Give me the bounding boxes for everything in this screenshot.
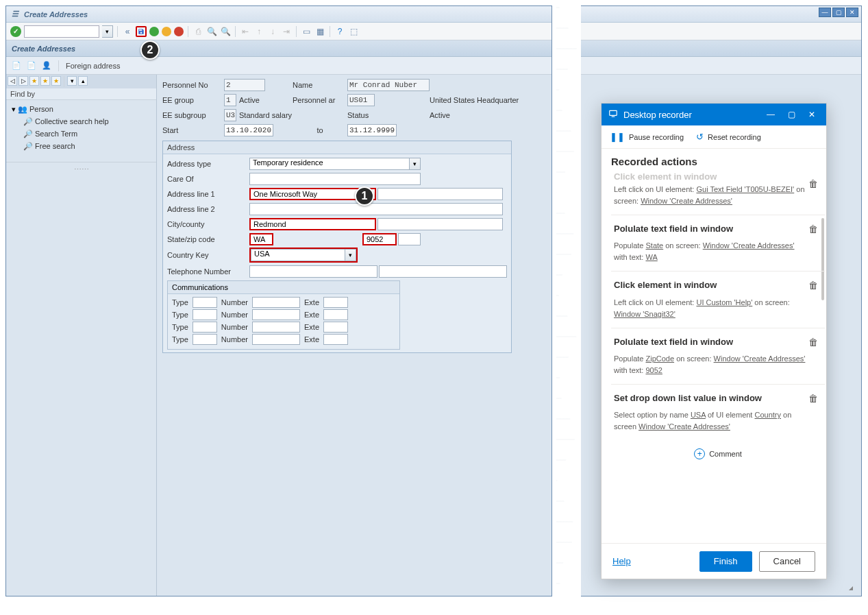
to-field[interactable]: 31.12.9999 [347,124,397,136]
expand-icon[interactable]: ▾ [67,76,77,86]
comm-number-field[interactable] [252,334,300,345]
lower-divider[interactable]: ⋯⋯ [6,162,156,596]
add-comment-button[interactable]: + Comment [611,440,825,468]
command-input[interactable] [24,25,99,38]
delete-icon[interactable]: 🗑 [808,391,818,407]
fav3-icon[interactable]: ★ [51,76,61,86]
session-icon[interactable]: ▭ [301,26,312,37]
comm-ext-field[interactable] [323,297,348,308]
doc-add-icon[interactable]: 📄 [27,61,36,71]
action-card[interactable]: Polulate text field in window 🗑 Populate… [611,328,825,384]
resize-handle-icon[interactable] [849,586,853,590]
recorded-actions-list[interactable]: Click element in window 🗑 Left click on … [602,170,826,543]
address-type-field[interactable]: Temporary residence [249,158,410,170]
card-link[interactable]: USA [691,411,706,419]
addr1b-field[interactable] [377,188,503,200]
comm-type-field[interactable] [193,322,217,333]
layout-icon[interactable]: ▦ [314,26,325,37]
comm-ext-field[interactable] [323,309,348,320]
card-link[interactable]: UI Custom 'Help' [696,298,752,306]
fav2-icon[interactable]: ★ [40,76,50,86]
start-field[interactable]: 13.10.2020 [224,124,273,136]
find-icon[interactable]: 🔍 [206,26,217,37]
menu-icon[interactable]: ☰ [10,10,20,19]
command-dropdown[interactable]: ▾ [102,25,113,38]
maximize-icon[interactable]: ▢ [832,8,845,17]
nav-fwd-icon[interactable]: ▷ [18,76,28,86]
doc-icon[interactable]: 📄 [12,61,21,71]
card-link[interactable]: Window 'Create Addresses' [703,241,795,250]
delete-icon[interactable]: 🗑 [808,278,818,293]
person-icon[interactable]: 👤 [42,61,51,71]
zip-ext-field[interactable] [398,233,421,245]
card-link[interactable]: 9052 [645,366,662,374]
foreign-address-label[interactable]: Foreign address [66,62,121,70]
tel-area-field[interactable] [249,265,377,278]
state-field[interactable] [249,233,273,245]
card-link[interactable]: Window 'Create Addresses' [641,197,732,205]
card-link[interactable]: WA [645,253,657,261]
comm-number-field[interactable] [252,297,300,308]
cancel-button[interactable]: Cancel [759,551,815,572]
dropdown-icon[interactable]: ▾ [345,249,356,261]
comm-ext-field[interactable] [323,322,348,333]
print-icon[interactable]: ⎙ [193,26,203,37]
card-link[interactable]: Window 'Create Addresses' [638,422,730,431]
page-last-icon[interactable]: ⇥ [281,26,292,37]
close-icon[interactable]: ✕ [804,107,819,122]
pause-recording-button[interactable]: ❚❚ Pause recording [610,132,684,142]
dropdown-icon[interactable]: ▾ [410,158,421,170]
card-link[interactable]: Window 'Snagit32' [614,310,675,318]
chevron-left-icon[interactable]: « [122,26,133,37]
country-field[interactable]: USA [251,249,345,261]
comm-type-field[interactable] [193,297,217,308]
close-icon[interactable]: ✕ [846,8,858,17]
comm-type-field[interactable] [193,334,217,345]
find-next-icon[interactable]: 🔍 [220,26,231,37]
city-field[interactable] [249,218,376,230]
action-card[interactable]: Set drop down list value in window 🗑 Sel… [611,384,825,440]
reset-recording-button[interactable]: ↺ Reset recording [696,132,761,142]
delete-icon[interactable]: 🗑 [808,177,818,192]
minimize-icon[interactable]: — [763,107,778,122]
fav-icon[interactable]: ★ [29,76,39,86]
county-field[interactable] [377,218,503,230]
finish-button[interactable]: Finish [699,551,752,572]
card-link[interactable]: Window 'Create Addresses' [714,354,806,363]
card-link[interactable]: State [646,241,664,250]
tree-item-free-search[interactable]: 🔎 Free search [12,140,151,152]
action-card[interactable]: Click element in window 🗑 Left click on … [611,271,825,327]
tree-item-collective[interactable]: 🔎 Collective search help [12,115,151,128]
save-icon[interactable] [136,26,147,37]
comm-ext-field[interactable] [323,334,348,345]
yellow-dot-icon[interactable] [162,27,171,36]
tel-num-field[interactable] [379,265,507,278]
delete-icon[interactable]: 🗑 [808,222,818,237]
page-down-icon[interactable]: ↓ [267,26,278,37]
red-dot-icon[interactable] [174,27,184,36]
comm-type-field[interactable] [193,309,217,320]
minimize-icon[interactable]: — [819,8,831,17]
action-card[interactable]: Polulate text field in window 🗑 Populate… [611,215,825,271]
page-up-icon[interactable]: ↑ [253,26,264,37]
card-link[interactable]: Gui Text Field 'T005U-BEZEI' [696,185,794,193]
zip-field[interactable] [362,233,397,245]
delete-icon[interactable]: 🗑 [808,335,818,350]
comm-number-field[interactable] [252,309,300,320]
help-link[interactable]: Help [612,556,631,566]
page-first-icon[interactable]: ⇤ [240,26,251,37]
collapse-icon[interactable]: ▴ [78,76,88,86]
card-link[interactable]: ZipCode [646,354,675,363]
enter-icon[interactable]: ✓ [10,26,21,37]
tree-person[interactable]: ▾ 👥 Person [12,103,151,115]
card-link[interactable]: Country [754,411,781,419]
customize-icon[interactable]: ⬚ [348,26,359,37]
tree-item-search-term[interactable]: 🔎 Search Term [12,128,151,140]
personnel-no-field[interactable]: 2 [224,79,265,91]
addr2-field[interactable] [249,203,503,215]
nav-back-icon[interactable]: ◁ [8,76,17,86]
comm-number-field[interactable] [252,322,300,333]
green-dot-icon[interactable] [149,27,159,36]
care-of-field[interactable] [249,173,421,185]
maximize-icon[interactable]: ▢ [784,107,799,122]
